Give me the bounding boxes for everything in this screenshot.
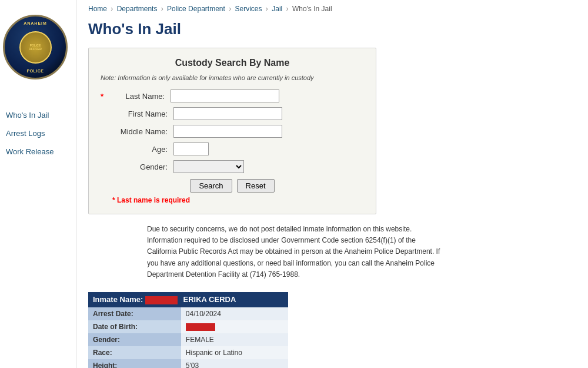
breadcrumb-sep-5: › — [286, 5, 289, 13]
field-label-arrest-date: Arrest Date: — [88, 307, 181, 320]
breadcrumb-services[interactable]: Services — [235, 5, 262, 13]
table-row: Date of Birth: — [88, 320, 288, 333]
first-name-label: First Name: — [109, 110, 173, 118]
gender-label: Gender: — [109, 163, 173, 171]
sidebar-item-work-release[interactable]: Work Release — [0, 142, 76, 161]
middle-name-label: Middle Name: — [109, 127, 173, 136]
gender-row: Gender: Male Female — [101, 160, 364, 173]
field-label-race: Race: — [88, 346, 181, 359]
breadcrumb-sep-4: › — [266, 5, 268, 13]
middle-name-input[interactable] — [173, 125, 282, 138]
table-row: Race: Hispanic or Latino — [88, 346, 288, 359]
last-name-input[interactable] — [171, 89, 279, 102]
breadcrumb-sep-3: › — [229, 5, 231, 13]
search-title: Custody Search By Name — [101, 58, 364, 68]
logo-bottom-text: POLICE — [26, 69, 44, 73]
age-input[interactable] — [173, 142, 209, 155]
field-label-gender: Gender: — [88, 333, 181, 346]
breadcrumb-home[interactable]: Home — [88, 5, 107, 13]
validation-message: * Last name is required — [112, 196, 364, 204]
table-row: Gender: FEMALE — [88, 333, 288, 346]
inmate-name-value: ERIKA CERDA — [183, 295, 236, 304]
last-name-row: * Last Name: — [101, 89, 364, 102]
middle-name-row: Middle Name: — [101, 125, 364, 138]
form-buttons: Search Reset — [101, 179, 364, 193]
field-label-height: Height: — [88, 359, 181, 368]
field-label-dob: Date of Birth: — [88, 320, 181, 333]
first-name-row: First Name: — [101, 107, 364, 120]
breadcrumb-police[interactable]: Police Department — [167, 5, 225, 13]
breadcrumb-jail[interactable]: Jail — [272, 5, 282, 13]
breadcrumb-departments[interactable]: Departments — [117, 5, 158, 13]
sidebar-item-whos-in-jail[interactable]: Who's In Jail — [0, 106, 76, 124]
field-value-height: 5'03 — [181, 359, 288, 368]
breadcrumb: Home › Departments › Police Department ›… — [88, 5, 576, 13]
logo-badge: POLICE OFFICER — [19, 31, 52, 64]
dob-redacted-bar — [186, 323, 215, 331]
info-text: Due to security concerns, we do not post… — [147, 224, 441, 280]
table-row: Height: 5'03 — [88, 359, 288, 368]
police-logo: ANAHEIM POLICE OFFICER POLICE — [3, 15, 68, 79]
inmate-name-cell: Inmate Name: ERIKA CERDA — [88, 292, 288, 307]
inmate-name-redacted — [145, 296, 178, 304]
reset-button[interactable]: Reset — [237, 179, 275, 193]
sidebar: ANAHEIM POLICE OFFICER POLICE Who's In J… — [0, 0, 76, 368]
breadcrumb-current: Who's In Jail — [292, 5, 332, 13]
age-label: Age: — [109, 145, 173, 154]
last-name-label: Last Name: — [106, 92, 171, 101]
logo-badge-inner: POLICE OFFICER — [29, 44, 42, 51]
gender-select[interactable]: Male Female — [173, 160, 244, 173]
main-content: Home › Departments › Police Department ›… — [76, 0, 588, 368]
search-button[interactable]: Search — [190, 179, 232, 193]
table-row: Arrest Date: 04/10/2024 — [88, 307, 288, 320]
sidebar-item-arrest-logs[interactable]: Arrest Logs — [0, 124, 76, 142]
first-name-input[interactable] — [173, 107, 282, 120]
page-title: Who's In Jail — [88, 20, 576, 38]
required-star: * — [101, 92, 103, 101]
inmate-name-label: Inmate Name: — [93, 295, 143, 304]
age-row: Age: — [101, 142, 364, 155]
inmate-table: Inmate Name: ERIKA CERDA Arrest Date: 04… — [88, 292, 288, 368]
search-note: Note: Information is only available for … — [101, 74, 364, 81]
field-value-race: Hispanic or Latino — [181, 346, 288, 359]
field-value-gender: FEMALE — [181, 333, 288, 346]
sidebar-nav: Who's In Jail Arrest Logs Work Release — [0, 106, 76, 161]
field-value-arrest-date: 04/10/2024 — [181, 307, 288, 320]
logo-top-text: ANAHEIM — [24, 21, 47, 25]
breadcrumb-sep-2: › — [161, 5, 163, 13]
inmate-name-row: Inmate Name: ERIKA CERDA — [88, 292, 288, 307]
logo-container: ANAHEIM POLICE OFFICER POLICE — [0, 6, 71, 88]
breadcrumb-sep-1: › — [111, 5, 113, 13]
search-form-container: Custody Search By Name Note: Information… — [88, 48, 376, 214]
field-value-dob — [181, 320, 288, 333]
